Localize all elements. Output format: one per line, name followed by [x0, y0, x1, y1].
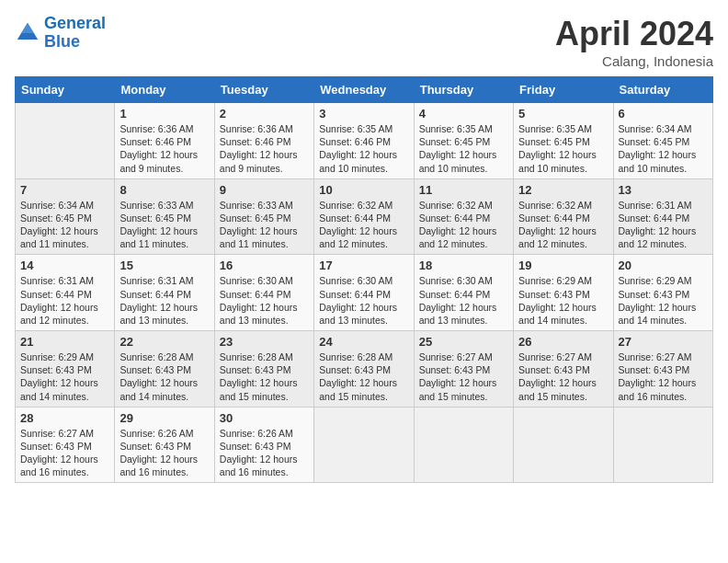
day-cell: 14Sunrise: 6:31 AMSunset: 6:44 PMDayligh…	[16, 255, 115, 331]
day-info: Sunrise: 6:26 AMSunset: 6:43 PMDaylight:…	[119, 427, 209, 479]
day-info: Sunrise: 6:27 AMSunset: 6:43 PMDaylight:…	[619, 350, 708, 403]
day-cell: 1Sunrise: 6:36 AMSunset: 6:46 PMDaylight…	[115, 103, 214, 179]
day-info: Sunrise: 6:30 AMSunset: 6:44 PMDaylight:…	[220, 274, 309, 327]
header-row: SundayMondayTuesdayWednesdayThursdayFrid…	[16, 77, 713, 103]
day-cell	[514, 407, 613, 483]
day-info: Sunrise: 6:35 AMSunset: 6:45 PMDaylight:…	[518, 122, 608, 175]
day-number: 25	[419, 335, 508, 349]
day-number: 15	[119, 259, 209, 272]
day-number: 27	[619, 335, 708, 349]
day-cell: 2Sunrise: 6:36 AMSunset: 6:46 PMDaylight…	[214, 103, 313, 179]
day-number: 28	[20, 411, 109, 425]
day-number: 12	[518, 183, 608, 197]
day-info: Sunrise: 6:34 AMSunset: 6:45 PMDaylight:…	[20, 199, 109, 251]
day-info: Sunrise: 6:34 AMSunset: 6:45 PMDaylight:…	[619, 122, 708, 175]
calendar-table: SundayMondayTuesdayWednesdayThursdayFrid…	[15, 76, 713, 483]
week-row-4: 21Sunrise: 6:29 AMSunset: 6:43 PMDayligh…	[16, 331, 713, 408]
day-number: 2	[220, 107, 309, 121]
day-cell: 12Sunrise: 6:32 AMSunset: 6:44 PMDayligh…	[514, 178, 613, 255]
day-cell	[613, 407, 712, 483]
day-cell: 19Sunrise: 6:29 AMSunset: 6:43 PMDayligh…	[514, 255, 613, 331]
day-info: Sunrise: 6:36 AMSunset: 6:46 PMDaylight:…	[220, 122, 309, 175]
week-row-1: 1Sunrise: 6:36 AMSunset: 6:46 PMDaylight…	[16, 103, 713, 179]
day-number: 26	[518, 335, 608, 349]
month-title: April 2024	[555, 15, 713, 53]
day-info: Sunrise: 6:35 AMSunset: 6:46 PMDaylight:…	[319, 122, 408, 175]
day-info: Sunrise: 6:30 AMSunset: 6:44 PMDaylight:…	[319, 274, 408, 327]
day-number: 24	[319, 335, 408, 349]
day-number: 29	[119, 411, 209, 425]
day-info: Sunrise: 6:36 AMSunset: 6:46 PMDaylight:…	[119, 122, 209, 175]
col-header-saturday: Saturday	[613, 77, 712, 103]
week-row-3: 14Sunrise: 6:31 AMSunset: 6:44 PMDayligh…	[16, 255, 713, 331]
day-cell: 28Sunrise: 6:27 AMSunset: 6:43 PMDayligh…	[16, 407, 115, 483]
col-header-monday: Monday	[115, 77, 214, 103]
logo-general: General	[44, 14, 106, 32]
logo-icon	[15, 20, 40, 46]
day-number: 14	[20, 259, 109, 272]
day-number: 18	[419, 259, 508, 272]
col-header-thursday: Thursday	[414, 77, 513, 103]
day-cell: 7Sunrise: 6:34 AMSunset: 6:45 PMDaylight…	[16, 178, 115, 255]
day-cell: 10Sunrise: 6:32 AMSunset: 6:44 PMDayligh…	[314, 178, 414, 255]
col-header-sunday: Sunday	[16, 77, 115, 103]
day-cell: 4Sunrise: 6:35 AMSunset: 6:45 PMDaylight…	[414, 103, 513, 179]
day-info: Sunrise: 6:30 AMSunset: 6:44 PMDaylight:…	[419, 274, 508, 327]
day-info: Sunrise: 6:31 AMSunset: 6:44 PMDaylight:…	[119, 274, 209, 327]
day-cell: 15Sunrise: 6:31 AMSunset: 6:44 PMDayligh…	[115, 255, 214, 331]
title-block: April 2024 Calang, Indonesia	[555, 15, 713, 69]
day-cell	[414, 407, 513, 483]
day-number: 30	[220, 411, 309, 425]
day-info: Sunrise: 6:33 AMSunset: 6:45 PMDaylight:…	[119, 199, 209, 251]
day-number: 16	[220, 259, 309, 272]
day-number: 10	[319, 183, 408, 197]
day-cell: 8Sunrise: 6:33 AMSunset: 6:45 PMDaylight…	[115, 178, 214, 255]
day-info: Sunrise: 6:28 AMSunset: 6:43 PMDaylight:…	[119, 350, 209, 403]
day-cell: 13Sunrise: 6:31 AMSunset: 6:44 PMDayligh…	[613, 178, 712, 255]
col-header-friday: Friday	[514, 77, 613, 103]
day-info: Sunrise: 6:35 AMSunset: 6:45 PMDaylight:…	[419, 122, 508, 175]
day-cell: 25Sunrise: 6:27 AMSunset: 6:43 PMDayligh…	[414, 331, 513, 408]
day-info: Sunrise: 6:26 AMSunset: 6:43 PMDaylight:…	[220, 427, 309, 479]
location-subtitle: Calang, Indonesia	[555, 53, 713, 69]
day-cell: 11Sunrise: 6:32 AMSunset: 6:44 PMDayligh…	[414, 178, 513, 255]
day-info: Sunrise: 6:27 AMSunset: 6:43 PMDaylight:…	[419, 350, 508, 403]
day-cell: 22Sunrise: 6:28 AMSunset: 6:43 PMDayligh…	[115, 331, 214, 408]
day-number: 22	[119, 335, 209, 349]
day-cell: 3Sunrise: 6:35 AMSunset: 6:46 PMDaylight…	[314, 103, 414, 179]
logo: General Blue	[15, 15, 106, 52]
day-info: Sunrise: 6:32 AMSunset: 6:44 PMDaylight:…	[319, 199, 408, 251]
day-cell: 17Sunrise: 6:30 AMSunset: 6:44 PMDayligh…	[314, 255, 414, 331]
day-cell: 29Sunrise: 6:26 AMSunset: 6:43 PMDayligh…	[115, 407, 214, 483]
day-info: Sunrise: 6:32 AMSunset: 6:44 PMDaylight:…	[518, 199, 608, 251]
day-info: Sunrise: 6:32 AMSunset: 6:44 PMDaylight:…	[419, 199, 508, 251]
day-cell: 9Sunrise: 6:33 AMSunset: 6:45 PMDaylight…	[214, 178, 313, 255]
day-info: Sunrise: 6:28 AMSunset: 6:43 PMDaylight:…	[319, 350, 408, 403]
day-number: 21	[20, 335, 109, 349]
day-cell: 20Sunrise: 6:29 AMSunset: 6:43 PMDayligh…	[613, 255, 712, 331]
day-number: 3	[319, 107, 408, 121]
day-number: 23	[220, 335, 309, 349]
day-cell: 16Sunrise: 6:30 AMSunset: 6:44 PMDayligh…	[214, 255, 313, 331]
day-cell: 23Sunrise: 6:28 AMSunset: 6:43 PMDayligh…	[214, 331, 313, 408]
day-number: 5	[518, 107, 608, 121]
day-number: 17	[319, 259, 408, 272]
day-number: 4	[419, 107, 508, 121]
week-row-2: 7Sunrise: 6:34 AMSunset: 6:45 PMDaylight…	[16, 178, 713, 255]
day-cell: 21Sunrise: 6:29 AMSunset: 6:43 PMDayligh…	[16, 331, 115, 408]
day-number: 9	[220, 183, 309, 197]
day-cell: 18Sunrise: 6:30 AMSunset: 6:44 PMDayligh…	[414, 255, 513, 331]
calendar-header: SundayMondayTuesdayWednesdayThursdayFrid…	[16, 77, 713, 103]
day-info: Sunrise: 6:29 AMSunset: 6:43 PMDaylight:…	[20, 350, 109, 403]
day-number: 6	[619, 107, 708, 121]
day-info: Sunrise: 6:28 AMSunset: 6:43 PMDaylight:…	[220, 350, 309, 403]
svg-marker-1	[21, 23, 34, 33]
day-info: Sunrise: 6:29 AMSunset: 6:43 PMDaylight:…	[518, 274, 608, 327]
header: General Blue April 2024 Calang, Indonesi…	[15, 15, 713, 69]
day-info: Sunrise: 6:27 AMSunset: 6:43 PMDaylight:…	[518, 350, 608, 403]
day-info: Sunrise: 6:31 AMSunset: 6:44 PMDaylight:…	[619, 199, 708, 251]
day-info: Sunrise: 6:29 AMSunset: 6:43 PMDaylight:…	[619, 274, 708, 327]
day-cell: 30Sunrise: 6:26 AMSunset: 6:43 PMDayligh…	[214, 407, 313, 483]
day-cell: 5Sunrise: 6:35 AMSunset: 6:45 PMDaylight…	[514, 103, 613, 179]
day-info: Sunrise: 6:31 AMSunset: 6:44 PMDaylight:…	[20, 274, 109, 327]
